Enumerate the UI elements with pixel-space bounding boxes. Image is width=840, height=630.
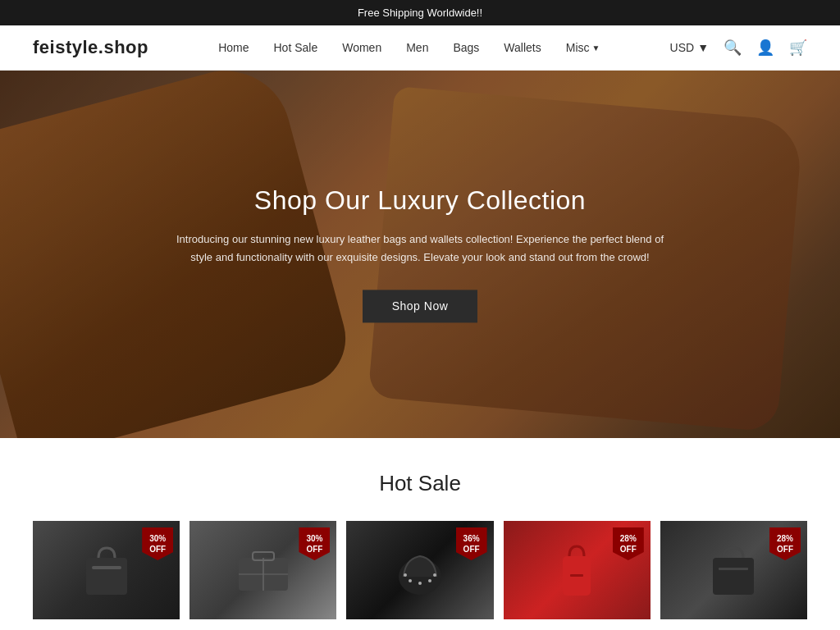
nav-misc[interactable]: Misc ▼ [566, 41, 600, 54]
product-card-1[interactable]: 30% OFF [33, 521, 180, 619]
svg-rect-0 [86, 558, 127, 595]
nav-women[interactable]: Women [342, 41, 381, 54]
main-nav: Home Hot Sale Women Men Bags Wallets Mis… [218, 41, 600, 54]
chevron-down-icon: ▼ [592, 43, 600, 52]
currency-label: USD [670, 41, 695, 54]
nav-wallets[interactable]: Wallets [504, 41, 541, 54]
banner-text: Free Shipping Worldwide!! [358, 7, 482, 19]
nav-misc-label: Misc [566, 41, 590, 54]
discount-percent-2: 30% [306, 533, 322, 544]
discount-percent-5: 28% [777, 533, 793, 544]
hot-sale-section: Hot Sale 30% OFF [0, 438, 840, 630]
top-banner: Free Shipping Worldwide!! [0, 0, 840, 25]
svg-point-10 [404, 573, 407, 577]
logo[interactable]: feistyle.shop [33, 37, 148, 58]
discount-percent-3: 36% [463, 533, 480, 544]
svg-rect-1 [92, 566, 121, 569]
svg-point-11 [433, 573, 436, 577]
hero-section: Shop Our Luxury Collection Introducing o… [0, 71, 840, 438]
discount-percent-4: 28% [620, 533, 637, 544]
hot-sale-title: Hot Sale [33, 471, 807, 496]
hero-content: Shop Our Luxury Collection Introducing o… [174, 185, 666, 322]
header-right: USD ▼ 🔍 👤 🛒 [670, 39, 807, 57]
off-label-5: OFF [777, 544, 793, 555]
svg-point-9 [428, 579, 431, 582]
currency-selector[interactable]: USD ▼ [670, 41, 709, 54]
search-icon[interactable]: 🔍 [724, 39, 742, 57]
discount-percent-1: 30% [149, 533, 166, 544]
products-row: 30% OFF 30% OFF [33, 521, 807, 619]
product-card-5[interactable]: 28% OFF [660, 521, 807, 619]
product-card-4[interactable]: 28% OFF [504, 521, 651, 619]
off-label-3: OFF [463, 544, 480, 555]
svg-rect-13 [570, 574, 583, 577]
account-icon[interactable]: 👤 [756, 39, 774, 57]
hero-description: Introducing our stunning new luxury leat… [174, 231, 666, 267]
nav-bags[interactable]: Bags [453, 41, 479, 54]
product-card-2[interactable]: 30% OFF [189, 521, 336, 619]
svg-point-8 [418, 582, 422, 585]
off-label-2: OFF [306, 544, 322, 555]
product-card-3[interactable]: 36% OFF [346, 521, 493, 619]
off-label-4: OFF [620, 544, 637, 555]
svg-point-7 [409, 579, 412, 582]
cart-icon[interactable]: 🛒 [789, 39, 807, 57]
off-label-1: OFF [149, 544, 166, 555]
header: feistyle.shop Home Hot Sale Women Men Ba… [0, 25, 840, 71]
shop-now-button[interactable]: Shop Now [363, 290, 478, 323]
nav-home[interactable]: Home [218, 41, 249, 54]
currency-chevron-icon: ▼ [697, 41, 709, 54]
svg-rect-15 [719, 568, 748, 570]
svg-rect-14 [713, 558, 754, 595]
nav-men[interactable]: Men [406, 41, 428, 54]
hero-title: Shop Our Luxury Collection [174, 185, 666, 216]
nav-hot-sale[interactable]: Hot Sale [274, 41, 318, 54]
